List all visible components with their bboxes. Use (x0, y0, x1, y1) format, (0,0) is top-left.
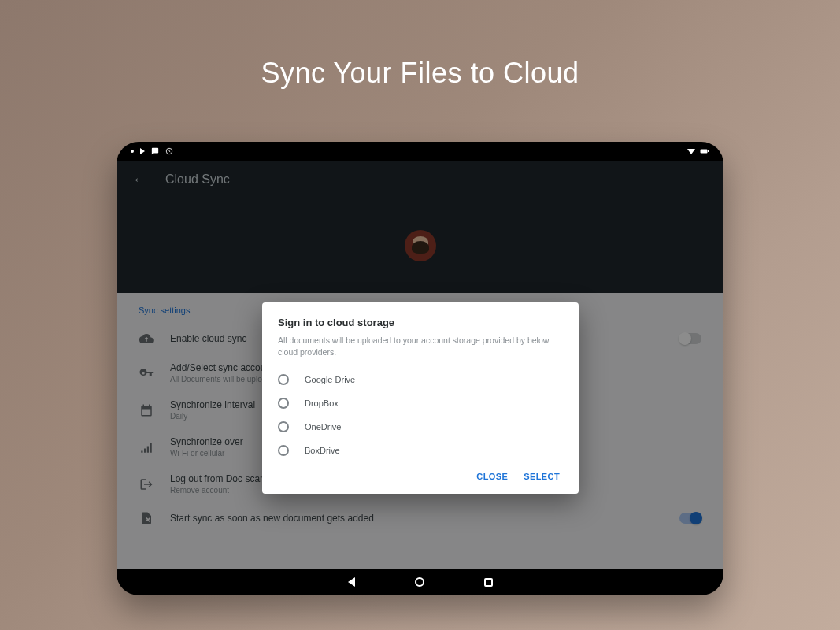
select-button[interactable]: SELECT (524, 472, 560, 481)
status-dot-icon (131, 150, 134, 153)
status-play-icon (140, 148, 145, 154)
close-button[interactable]: CLOSE (476, 472, 508, 481)
status-message-icon (151, 147, 159, 155)
app-screen: ← Cloud Sync Sync settings Enable cloud … (117, 161, 723, 569)
status-bar (117, 142, 723, 161)
status-battery-icon (700, 148, 709, 154)
option-dropbox[interactable]: DropBox (278, 391, 563, 415)
system-navbar (117, 569, 723, 595)
option-google-drive[interactable]: Google Drive (278, 368, 563, 391)
radio-icon (278, 374, 289, 385)
nav-home-icon[interactable] (415, 577, 424, 587)
svg-rect-1 (701, 150, 708, 154)
option-boxdrive[interactable]: BoxDrive (278, 439, 563, 462)
status-signal-icon (687, 149, 695, 154)
dialog-description: All documents will be uploaded to your a… (278, 335, 563, 358)
signin-dialog: Sign in to cloud storage All documents w… (262, 302, 579, 494)
tablet-frame: ← Cloud Sync Sync settings Enable cloud … (117, 142, 723, 595)
dialog-title: Sign in to cloud storage (278, 317, 563, 328)
page-headline: Sync Your Files to Cloud (0, 57, 840, 90)
svg-rect-2 (708, 150, 709, 152)
option-label: OneDrive (305, 422, 341, 432)
nav-recents-icon[interactable] (484, 578, 493, 587)
radio-icon (278, 445, 289, 456)
radio-icon (278, 398, 289, 409)
option-label: Google Drive (305, 375, 355, 384)
option-onedrive[interactable]: OneDrive (278, 415, 563, 439)
nav-back-icon[interactable] (348, 577, 355, 587)
option-label: BoxDrive (305, 446, 340, 455)
radio-icon (278, 421, 289, 432)
option-label: DropBox (305, 398, 339, 408)
status-clock-icon (165, 147, 173, 155)
